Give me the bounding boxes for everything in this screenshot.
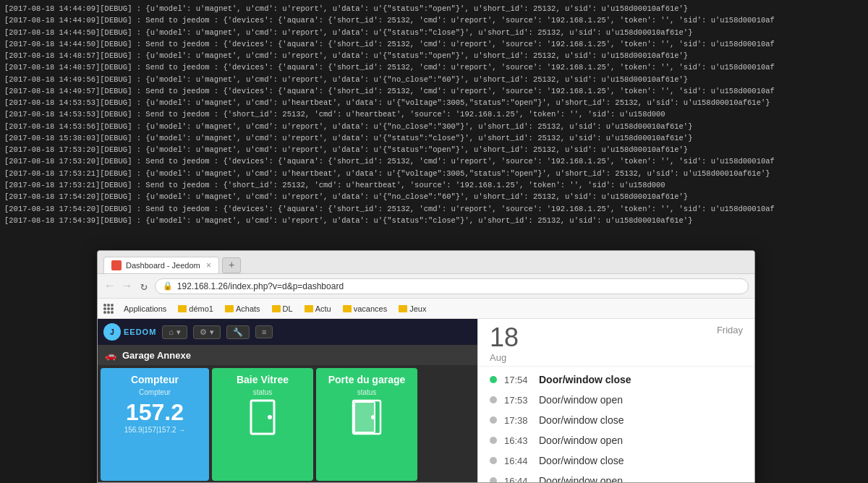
log-line: [2017-08-18 15:38:03][DEBUG] : {u'model'… — [4, 132, 864, 144]
jeedom-logo: J EEDOM — [103, 323, 156, 341]
log-line: [2017-08-18 17:53:20][DEBUG] : {u'model'… — [4, 144, 864, 155]
folder-icon — [178, 305, 187, 312]
timeline-event[interactable]: 16:44Door/window open — [478, 471, 754, 483]
event-description: Door/window open — [539, 394, 623, 406]
tab-close-button[interactable]: × — [206, 260, 211, 270]
event-description: Door/window close — [539, 455, 624, 466]
log-line: [2017-08-18 17:53:20][DEBUG] : Send to j… — [4, 155, 864, 167]
timeline-header: 18 Aug Friday — [478, 319, 754, 367]
plugin-caret: ▾ — [210, 328, 214, 337]
log-line: [2017-08-18 14:48:57][DEBUG] : Send to j… — [4, 61, 864, 73]
log-line: [2017-08-18 17:54:20][DEBUG] : {u'model'… — [4, 191, 864, 202]
folder-icon — [305, 305, 313, 312]
log-line: [2017-08-18 14:44:50][DEBUG] : Send to j… — [4, 38, 864, 50]
event-description: Door/window open — [539, 435, 623, 446]
forward-button[interactable]: → — [121, 278, 134, 294]
active-tab[interactable]: Dashboard - Jeedom × — [103, 257, 219, 273]
breadcrumb: 🚗 Garage Annexe — [98, 345, 477, 365]
svg-point-1 — [268, 415, 272, 419]
tab-bar: Dashboard - Jeedom × + — [103, 251, 241, 273]
widget-compteur[interactable]: Compteur Compteur 157.2 156.9|157|157.2 … — [101, 368, 209, 481]
folder-icon — [399, 305, 407, 312]
timeline-dot — [490, 376, 497, 383]
tab-favicon — [111, 260, 122, 270]
event-description: Door/window open — [539, 475, 623, 483]
home-nav-button[interactable]: ⌂ ▾ — [162, 325, 187, 339]
event-time: 17:38 — [504, 415, 532, 426]
widget-compteur-subvalues: 156.9|157|157.2 → — [124, 426, 186, 434]
timeline-dot — [490, 457, 497, 464]
timeline-event[interactable]: 17:38Door/window close — [478, 410, 754, 430]
event-time: 17:54 — [504, 375, 532, 385]
widget-compteur-label: Compteur — [139, 388, 171, 396]
timeline-date-month: Aug — [490, 352, 519, 363]
bookmark-jeux[interactable]: Jeux — [394, 303, 430, 315]
widget-porte-label: status — [357, 388, 377, 396]
log-line: [2017-08-18 17:54:39][DEBUG] : {u'model'… — [4, 215, 864, 226]
apps-icon[interactable] — [103, 304, 114, 314]
browser-titlebar: Dashboard - Jeedom × + — [98, 251, 754, 274]
log-line: [2017-08-18 14:44:09][DEBUG] : {u'model'… — [4, 3, 864, 14]
folder-icon — [343, 305, 352, 312]
new-tab-button[interactable]: + — [222, 257, 241, 273]
timeline-dot — [490, 477, 497, 483]
widget-baie-vitree[interactable]: Baie Vitree status — [212, 368, 313, 481]
log-line: [2017-08-18 17:53:21][DEBUG] : Send to j… — [4, 179, 864, 191]
timeline-event[interactable]: 17:54Door/window close — [478, 369, 754, 390]
browser-window: Dashboard - Jeedom × + ← → ↻ 🔒 192.168.1… — [97, 250, 755, 483]
timeline-event[interactable]: 17:53Door/window open — [478, 390, 754, 410]
log-line: [2017-08-18 17:54:20][DEBUG] : Send to j… — [4, 203, 864, 215]
back-button[interactable]: ← — [103, 278, 116, 294]
terminal-output: [2017-08-18 14:44:09][DEBUG] : {u'model'… — [0, 0, 868, 246]
event-description: Door/window close — [539, 414, 624, 426]
widget-porte-garage[interactable]: Porte du garage status — [316, 368, 417, 481]
lock-icon: 🔒 — [163, 281, 173, 291]
bookmark-demo1[interactable]: démo1 — [174, 303, 218, 315]
widget-compteur-value: 157.2 — [126, 399, 184, 426]
event-time: 16:43 — [504, 435, 532, 446]
timeline-event[interactable]: 16:44Door/window close — [478, 450, 754, 471]
log-line: [2017-08-18 14:53:53][DEBUG] : Send to j… — [4, 108, 864, 120]
menu-nav-button[interactable]: ≡ — [255, 325, 273, 338]
plugin-nav-button[interactable]: ⚙ ▾ — [193, 325, 221, 339]
widget-baie-label: status — [253, 388, 273, 396]
widgets-area: Compteur Compteur 157.2 156.9|157|157.2 … — [98, 365, 477, 483]
browser-content: J EEDOM ⌂ ▾ ⚙ ▾ 🔧 ≡ 🚗 — [98, 319, 754, 483]
bookmark-actu[interactable]: Actu — [300, 303, 336, 315]
timeline-date-block: 18 Aug — [490, 325, 519, 363]
bookmark-dl[interactable]: DL — [268, 303, 297, 315]
timeline-day-name: Friday — [717, 325, 743, 335]
timeline-dot — [490, 416, 497, 424]
widget-compteur-title: Compteur — [131, 374, 179, 385]
url-text: 192.168.1.26/index.php?v=d&p=dashboard — [177, 281, 344, 291]
timeline-dot — [490, 437, 497, 444]
event-time: 16:44 — [504, 476, 532, 484]
bookmark-applications[interactable]: Applications — [119, 303, 171, 315]
menu-icon: ≡ — [262, 328, 266, 336]
home-caret: ▾ — [176, 328, 181, 337]
folder-icon — [272, 305, 281, 312]
event-time: 17:53 — [504, 395, 532, 406]
event-description: Door/window close — [539, 374, 631, 385]
browser-navbar: ← → ↻ 🔒 192.168.1.26/index.php?v=d&p=das… — [98, 274, 754, 299]
timeline-event[interactable]: 16:43Door/window open — [478, 430, 754, 450]
jeedom-topbar: J EEDOM ⌂ ▾ ⚙ ▾ 🔧 ≡ — [98, 319, 477, 345]
refresh-button[interactable]: ↻ — [137, 278, 150, 295]
plugin-icon: ⚙ — [200, 328, 207, 337]
log-line: [2017-08-18 14:53:56][DEBUG] : {u'model'… — [4, 121, 864, 132]
widget-baie-title: Baie Vitree — [237, 374, 289, 385]
config-nav-button[interactable]: 🔧 — [226, 325, 250, 339]
url-bar[interactable]: 🔒 192.168.1.26/index.php?v=d&p=dashboard — [155, 278, 749, 294]
timeline-date-number: 18 — [490, 325, 519, 351]
timeline-dot — [490, 396, 497, 403]
bookmark-vacances[interactable]: vacances — [339, 303, 391, 315]
svg-point-4 — [371, 415, 375, 419]
log-line: [2017-08-18 14:53:53][DEBUG] : {u'model'… — [4, 97, 864, 108]
bookmark-achats[interactable]: Achats — [221, 303, 265, 315]
log-line: [2017-08-18 14:44:50][DEBUG] : {u'model'… — [4, 27, 864, 38]
log-line: [2017-08-18 14:44:09][DEBUG] : Send to j… — [4, 14, 864, 26]
door-closed-icon — [250, 399, 276, 444]
bookmarks-bar: Applications démo1 Achats DL Actu vacanc… — [98, 299, 754, 319]
wrench-icon: 🔧 — [233, 328, 243, 337]
breadcrumb-icon: 🚗 — [105, 350, 116, 361]
